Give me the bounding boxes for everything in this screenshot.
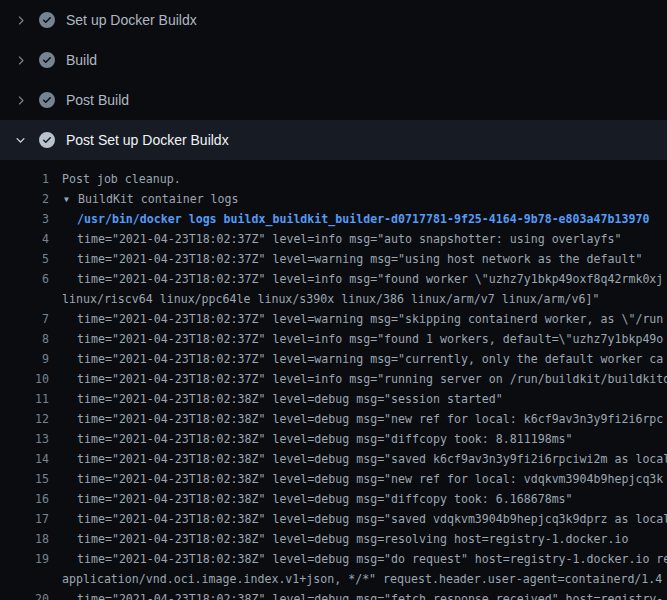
log-line-text: ▼time="2021-04-23T18:02:38Z" level=debug…	[49, 489, 573, 509]
line-number[interactable]: 18	[0, 529, 49, 549]
chevron-right-icon[interactable]	[12, 12, 28, 28]
line-number[interactable]: 3	[0, 209, 49, 229]
line-number[interactable]: 5	[0, 249, 49, 269]
line-number[interactable]: 8	[0, 329, 49, 349]
log-line-text: ▼time="2021-04-23T18:02:37Z" level=info …	[49, 229, 621, 249]
log-line-text: ▼time="2021-04-23T18:02:38Z" level=debug…	[49, 409, 663, 429]
line-number[interactable]: 7	[0, 309, 49, 329]
line-number[interactable]: 16	[0, 489, 49, 509]
log-line-text: ▼time="2021-04-23T18:02:37Z" level=warni…	[49, 349, 663, 369]
check-circle-icon	[39, 12, 55, 28]
log-line: 7 ▼time="2021-04-23T18:02:37Z" level=war…	[0, 309, 667, 329]
step-list: Set up Docker Buildx Build Post Build	[0, 0, 667, 160]
log-line-text: ▼time="2021-04-23T18:02:38Z" level=debug…	[49, 549, 667, 569]
log-viewer: 1 ▼Post job cleanup. 2 ▼BuildKit contain…	[0, 160, 667, 600]
log-line: 13 ▼time="2021-04-23T18:02:38Z" level=de…	[0, 429, 667, 449]
line-number[interactable]: 12	[0, 409, 49, 429]
line-number	[0, 569, 49, 589]
chevron-right-icon[interactable]	[12, 92, 28, 108]
line-number[interactable]: 14	[0, 449, 49, 469]
log-line-text: ▼application/vnd.oci.image.index.v1+json…	[49, 569, 662, 589]
log-line-text: ▼time="2021-04-23T18:02:37Z" level=warni…	[49, 309, 663, 329]
log-line-text: ▼time="2021-04-23T18:02:37Z" level=info …	[49, 369, 667, 389]
log-line: 8 ▼time="2021-04-23T18:02:37Z" level=inf…	[0, 329, 667, 349]
log-line-text: ▼/usr/bin/docker logs buildx_buildkit_bu…	[49, 209, 649, 229]
line-number[interactable]: 13	[0, 429, 49, 449]
log-line: 9 ▼time="2021-04-23T18:02:37Z" level=war…	[0, 349, 667, 369]
log-line: 17 ▼time="2021-04-23T18:02:38Z" level=de…	[0, 509, 667, 529]
log-line-text: ▼time="2021-04-23T18:02:38Z" level=debug…	[49, 389, 503, 409]
step-row-set-up-docker-buildx[interactable]: Set up Docker Buildx	[0, 0, 667, 40]
log-line: ▼linux/riscv64 linux/ppc64le linux/s390x…	[0, 289, 667, 309]
log-line-text: ▼time="2021-04-23T18:02:38Z" level=debug…	[49, 449, 667, 469]
check-circle-icon	[39, 92, 55, 108]
line-number[interactable]: 6	[0, 269, 49, 289]
step-row-post-set-up-docker-buildx[interactable]: Post Set up Docker Buildx	[0, 120, 667, 160]
line-number[interactable]: 10	[0, 369, 49, 389]
step-row-build[interactable]: Build	[0, 40, 667, 80]
line-number[interactable]: 9	[0, 349, 49, 369]
log-line: 18 ▼time="2021-04-23T18:02:38Z" level=de…	[0, 529, 667, 549]
log-line-text: ▼time="2021-04-23T18:02:37Z" level=warni…	[49, 249, 642, 269]
check-circle-icon	[39, 132, 55, 148]
log-line-text: ▼Post job cleanup.	[49, 169, 181, 189]
log-line: 12 ▼time="2021-04-23T18:02:38Z" level=de…	[0, 409, 667, 429]
log-line-text: ▼linux/riscv64 linux/ppc64le linux/s390x…	[49, 289, 599, 309]
log-line: 15 ▼time="2021-04-23T18:02:38Z" level=de…	[0, 469, 667, 489]
log-line-text: ▼time="2021-04-23T18:02:38Z" level=debug…	[49, 469, 663, 489]
chevron-right-icon[interactable]	[12, 52, 28, 68]
log-line: 1 ▼Post job cleanup.	[0, 169, 667, 189]
log-line: 20 ▼time="2021-04-23T18:02:38Z" level=de…	[0, 589, 667, 600]
line-number[interactable]: 19	[0, 549, 49, 569]
step-row-post-build[interactable]: Post Build	[0, 80, 667, 120]
log-line: 10 ▼time="2021-04-23T18:02:37Z" level=in…	[0, 369, 667, 389]
log-line-text: ▼time="2021-04-23T18:02:37Z" level=info …	[49, 329, 663, 349]
line-number[interactable]: 4	[0, 229, 49, 249]
log-line-text[interactable]: ▼BuildKit container logs	[49, 189, 239, 209]
step-label: Post Set up Docker Buildx	[66, 132, 229, 148]
log-line: 5 ▼time="2021-04-23T18:02:37Z" level=war…	[0, 249, 667, 269]
chevron-down-icon[interactable]	[12, 132, 28, 148]
line-number[interactable]: 1	[0, 169, 49, 189]
log-line: 14 ▼time="2021-04-23T18:02:38Z" level=de…	[0, 449, 667, 469]
check-circle-icon	[39, 52, 55, 68]
log-line-text: ▼time="2021-04-23T18:02:37Z" level=info …	[49, 269, 663, 289]
line-number[interactable]: 2	[0, 189, 49, 209]
log-line: 4 ▼time="2021-04-23T18:02:37Z" level=inf…	[0, 229, 667, 249]
line-number[interactable]: 17	[0, 509, 49, 529]
log-line-text: ▼time="2021-04-23T18:02:38Z" level=debug…	[49, 429, 573, 449]
collapse-triangle-icon[interactable]: ▼	[62, 190, 78, 210]
log-line: 16 ▼time="2021-04-23T18:02:38Z" level=de…	[0, 489, 667, 509]
log-command-line: 3 ▼/usr/bin/docker logs buildx_buildkit_…	[0, 209, 667, 229]
log-line: 11 ▼time="2021-04-23T18:02:38Z" level=de…	[0, 389, 667, 409]
line-number[interactable]: 11	[0, 389, 49, 409]
log-line: 19 ▼time="2021-04-23T18:02:38Z" level=de…	[0, 549, 667, 569]
line-number[interactable]: 20	[0, 589, 49, 600]
line-number	[0, 289, 49, 309]
log-line-text: ▼time="2021-04-23T18:02:38Z" level=debug…	[49, 529, 628, 549]
log-line-text: ▼time="2021-04-23T18:02:38Z" level=debug…	[49, 589, 663, 600]
log-group-toggle: 2 ▼BuildKit container logs	[0, 189, 667, 209]
step-label: Post Build	[66, 92, 129, 108]
log-line-text: ▼time="2021-04-23T18:02:38Z" level=debug…	[49, 509, 667, 529]
step-label: Build	[66, 52, 97, 68]
step-label: Set up Docker Buildx	[66, 12, 197, 28]
line-number[interactable]: 15	[0, 469, 49, 489]
log-line: 6 ▼time="2021-04-23T18:02:37Z" level=inf…	[0, 269, 667, 289]
log-line: ▼application/vnd.oci.image.index.v1+json…	[0, 569, 667, 589]
